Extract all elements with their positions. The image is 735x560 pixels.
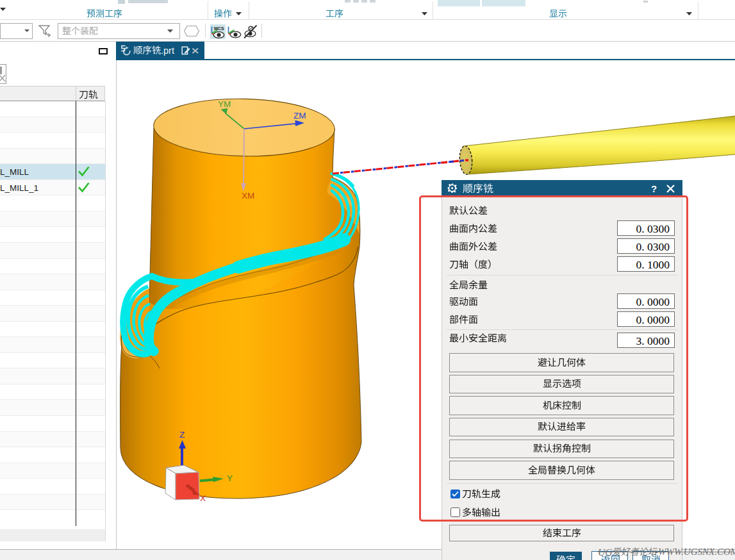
svg-text:Y: Y: [227, 474, 233, 483]
svg-text:MCS: MCS: [214, 26, 224, 31]
svg-text:ZM: ZM: [293, 111, 306, 120]
svg-text:XM: XM: [242, 191, 254, 201]
svg-text:YM: YM: [218, 99, 231, 109]
svg-text:Z: Z: [179, 430, 185, 440]
svg-text:X: X: [200, 493, 206, 503]
